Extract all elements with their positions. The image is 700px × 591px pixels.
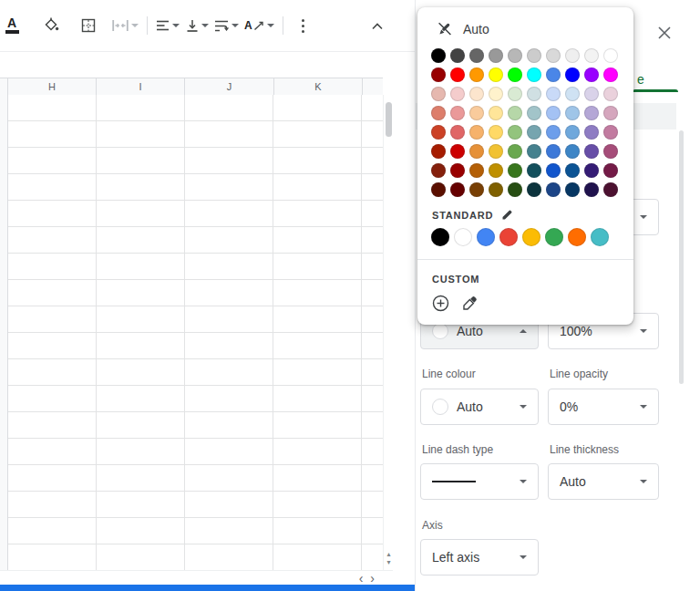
color-swatch[interactable] (508, 144, 522, 159)
text-color-button[interactable]: A (0, 12, 24, 39)
color-swatch[interactable] (489, 182, 503, 197)
color-swatch[interactable] (431, 163, 446, 178)
vertical-align-button[interactable] (185, 12, 209, 39)
color-swatch[interactable] (508, 182, 522, 197)
color-swatch[interactable] (584, 87, 599, 101)
color-swatch[interactable] (565, 182, 580, 197)
add-custom-color-button[interactable] (432, 295, 449, 312)
color-swatch[interactable] (603, 48, 618, 63)
color-swatch[interactable] (584, 67, 599, 82)
color-swatch[interactable] (546, 163, 561, 178)
color-swatch[interactable] (469, 144, 484, 159)
scroll-down-arrow[interactable]: ▾ (386, 558, 390, 566)
column-header-k[interactable]: K (274, 78, 363, 95)
vertical-scroll-thumb[interactable] (386, 102, 392, 137)
color-swatch[interactable] (565, 106, 580, 120)
color-swatch[interactable] (527, 144, 541, 159)
color-swatch[interactable] (603, 182, 618, 197)
axis-dropdown[interactable]: Left axis (420, 539, 539, 575)
sheet-horizontal-scrollbar[interactable]: ‹ › (0, 570, 393, 585)
line-opacity-dropdown[interactable]: 0% (548, 389, 659, 425)
color-swatch[interactable] (450, 144, 465, 159)
color-swatch[interactable] (489, 48, 503, 63)
color-swatch[interactable] (603, 87, 618, 101)
color-swatch[interactable] (489, 144, 503, 159)
color-swatch[interactable] (508, 67, 522, 82)
color-swatch[interactable] (450, 106, 465, 120)
tab-customise[interactable]: e (637, 72, 644, 87)
more-options-button[interactable] (292, 12, 315, 39)
color-swatch[interactable] (565, 67, 580, 82)
color-swatch[interactable] (565, 87, 580, 101)
color-swatch[interactable] (469, 48, 484, 63)
color-swatch[interactable] (591, 228, 609, 246)
line-thickness-dropdown[interactable]: Auto (548, 463, 659, 500)
color-swatch[interactable] (454, 228, 472, 246)
color-swatch[interactable] (603, 106, 618, 120)
column-header-partial[interactable] (363, 78, 383, 95)
color-swatch[interactable] (450, 48, 465, 63)
scroll-left-arrow[interactable]: ‹ (359, 573, 364, 584)
color-swatch[interactable] (527, 87, 541, 101)
color-swatch[interactable] (527, 163, 541, 178)
color-swatch[interactable] (469, 182, 484, 197)
scroll-right-arrow[interactable]: › (370, 573, 375, 584)
color-swatch[interactable] (508, 125, 522, 140)
color-swatch[interactable] (508, 106, 522, 120)
scroll-up-arrow[interactable]: ▴ (386, 550, 390, 558)
color-swatch[interactable] (545, 228, 563, 246)
color-swatch[interactable] (489, 163, 503, 178)
collapse-toolbar-button[interactable] (365, 12, 389, 39)
color-swatch[interactable] (477, 228, 495, 246)
color-swatch[interactable] (546, 182, 561, 197)
color-swatch[interactable] (584, 182, 599, 197)
color-swatch[interactable] (584, 144, 599, 159)
color-swatch[interactable] (469, 67, 484, 82)
auto-color-option[interactable]: Auto (417, 7, 633, 37)
color-swatch[interactable] (546, 67, 561, 82)
color-swatch[interactable] (469, 106, 484, 120)
color-swatch[interactable] (489, 67, 503, 82)
color-swatch[interactable] (431, 106, 446, 120)
color-swatch[interactable] (431, 87, 446, 101)
color-swatch[interactable] (489, 125, 503, 140)
sheet-vertical-scrollbar[interactable]: ▴ ▾ (383, 95, 394, 570)
color-swatch[interactable] (527, 48, 541, 63)
color-swatch[interactable] (499, 228, 518, 246)
color-swatch[interactable] (584, 106, 599, 120)
color-swatch[interactable] (431, 48, 446, 63)
column-header-i[interactable]: I (97, 78, 185, 95)
color-swatch[interactable] (431, 182, 446, 197)
sheet-grid[interactable] (8, 95, 383, 570)
line-dash-dropdown[interactable] (420, 463, 539, 500)
color-swatch[interactable] (546, 125, 561, 140)
color-swatch[interactable] (431, 67, 446, 82)
color-swatch[interactable] (603, 67, 618, 82)
panel-scroll-thumb[interactable] (679, 130, 684, 384)
color-swatch[interactable] (527, 182, 541, 197)
color-swatch[interactable] (546, 106, 561, 120)
color-swatch[interactable] (565, 163, 580, 178)
text-rotation-button[interactable]: A (244, 12, 274, 39)
color-swatch[interactable] (450, 87, 465, 101)
color-swatch[interactable] (546, 48, 561, 63)
borders-button[interactable] (77, 12, 100, 39)
color-swatch[interactable] (431, 125, 446, 140)
color-swatch[interactable] (469, 125, 484, 140)
color-swatch[interactable] (527, 106, 541, 120)
color-swatch[interactable] (565, 125, 580, 140)
color-swatch[interactable] (603, 163, 618, 178)
color-swatch[interactable] (450, 163, 465, 178)
color-swatch[interactable] (584, 163, 599, 178)
color-swatch[interactable] (450, 67, 465, 82)
color-swatch[interactable] (522, 228, 540, 246)
column-header-h[interactable]: H (8, 78, 97, 95)
color-swatch[interactable] (568, 228, 586, 246)
close-button[interactable] (652, 20, 677, 46)
color-swatch[interactable] (508, 163, 522, 178)
color-swatch[interactable] (489, 87, 503, 101)
color-swatch[interactable] (508, 87, 522, 101)
color-swatch[interactable] (431, 228, 449, 246)
color-swatch[interactable] (431, 144, 446, 159)
line-colour-dropdown[interactable]: Auto (420, 389, 539, 425)
